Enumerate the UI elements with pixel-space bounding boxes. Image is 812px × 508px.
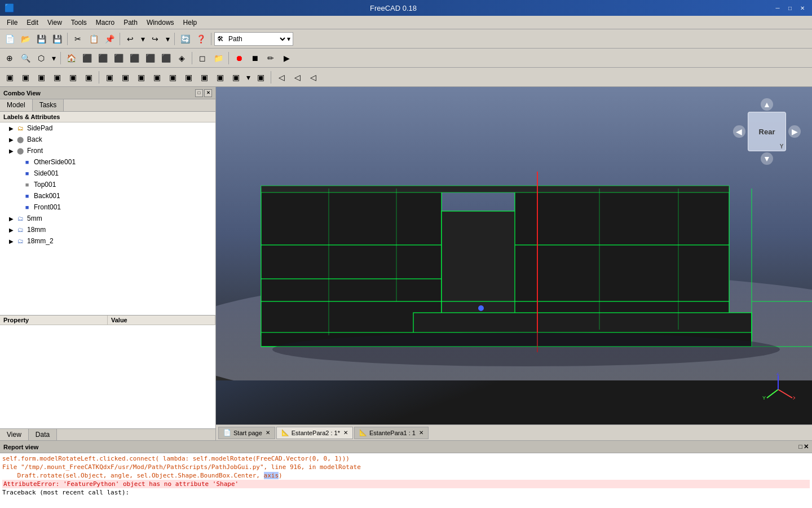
viewport[interactable]: ▲ ◀ Rear Y ▶ ▼ X Y: [216, 87, 812, 440]
redo-dropdown[interactable]: ▾: [164, 32, 171, 46]
start-page-close[interactable]: ✕: [266, 430, 270, 436]
tree-item-back001[interactable]: ▶ ■ Back001: [0, 190, 215, 202]
open-folder-button[interactable]: 📁: [211, 51, 226, 65]
draw-style-dropdown[interactable]: ▾: [50, 51, 58, 65]
menu-macro[interactable]: Macro: [91, 17, 119, 28]
minimize-button[interactable]: ─: [773, 3, 783, 12]
path-op6[interactable]: ▣: [81, 70, 96, 85]
record-macro-button[interactable]: ⏺: [232, 51, 246, 65]
new-button[interactable]: 📄: [2, 32, 17, 46]
arrow-5mm[interactable]: ▶: [9, 216, 16, 222]
help-button[interactable]: ❓: [193, 32, 208, 46]
menu-path[interactable]: Path: [119, 17, 142, 28]
stop-macro-button[interactable]: ⏹: [248, 51, 262, 65]
vp-tab-estante1[interactable]: 📐 EstantePara1 : 1 ✕: [354, 427, 429, 439]
view-rear-button[interactable]: ⬛: [127, 51, 142, 65]
vp-tab-start[interactable]: 📄 Start page ✕: [218, 427, 275, 439]
vd-tab-view[interactable]: View: [0, 429, 29, 440]
tab-tasks[interactable]: Tasks: [33, 99, 64, 111]
tree-item-front[interactable]: ▶ ⬤ Front: [0, 145, 215, 156]
nav-right-button[interactable]: ▶: [788, 125, 801, 138]
view-bottom-button[interactable]: ⬛: [158, 51, 173, 65]
undo-dropdown[interactable]: ▾: [139, 32, 147, 46]
path-op4[interactable]: ▣: [50, 70, 64, 85]
workbench-selector[interactable]: 🛠 Path Part Design Sketcher ▾: [214, 32, 293, 46]
menu-file[interactable]: File: [2, 17, 22, 28]
path-op15[interactable]: ▣: [228, 70, 243, 85]
arrow-back[interactable]: ▶: [9, 137, 16, 143]
edit-macro-button[interactable]: ✏: [263, 51, 278, 65]
path-op18[interactable]: ◁: [274, 70, 289, 85]
view-home-button[interactable]: 🏠: [64, 51, 78, 65]
vd-tab-data[interactable]: Data: [29, 429, 57, 440]
vp-tab-estante2[interactable]: 📐 EstantePara2 : 1* ✕: [276, 427, 353, 439]
nav-up-button[interactable]: ▲: [761, 98, 773, 111]
nav-left-button[interactable]: ◀: [733, 125, 745, 138]
cube-face-rear[interactable]: Rear Y: [748, 112, 787, 151]
tree-item-otherside001[interactable]: ▶ ■ OtherSide001: [0, 156, 215, 168]
workbench-select[interactable]: Path Part Design Sketcher: [226, 34, 287, 43]
close-button[interactable]: ✕: [797, 3, 807, 12]
path-op3[interactable]: ▣: [34, 70, 48, 85]
tree-item-top001[interactable]: ▶ ■ Top001: [0, 179, 215, 190]
menu-tools[interactable]: Tools: [67, 17, 91, 28]
maximize-button[interactable]: □: [785, 3, 795, 12]
path-op8[interactable]: ▣: [118, 70, 133, 85]
path-op19[interactable]: ◁: [290, 70, 304, 85]
paste-button[interactable]: 📌: [102, 32, 117, 46]
menu-windows[interactable]: Windows: [142, 17, 179, 28]
path-op9[interactable]: ▣: [134, 70, 148, 85]
tree-item-18mm[interactable]: ▶ 🗂 18mm: [0, 224, 215, 235]
path-op11[interactable]: ▣: [165, 70, 180, 85]
view-iso-button[interactable]: ◈: [174, 51, 189, 65]
view-left-button[interactable]: ⬛: [143, 51, 157, 65]
run-macro-button[interactable]: ▶: [279, 51, 294, 65]
arrow-front[interactable]: ▶: [9, 148, 16, 154]
bounding-box-button[interactable]: ◻: [195, 51, 210, 65]
save-as-button[interactable]: 💾: [50, 32, 64, 46]
tab-model[interactable]: Model: [0, 99, 33, 111]
path-op2[interactable]: ▣: [18, 70, 33, 85]
tree-item-sidepad[interactable]: ▶ 🗂 SidePad: [0, 122, 215, 134]
close-panel-button[interactable]: ✕: [204, 89, 212, 97]
undo-button[interactable]: ↩: [123, 32, 138, 46]
refresh-button[interactable]: 🔄: [178, 32, 192, 46]
path-op12[interactable]: ▣: [181, 70, 196, 85]
tree-item-back[interactable]: ▶ ⬤ Back: [0, 134, 215, 145]
view-right-button[interactable]: ⬛: [111, 51, 126, 65]
path-op20[interactable]: ◁: [306, 70, 320, 85]
path-op10[interactable]: ▣: [149, 70, 164, 85]
estante2-close[interactable]: ✕: [343, 430, 348, 436]
view-top-button[interactable]: ⬛: [95, 51, 110, 65]
view-front-button[interactable]: ⬛: [80, 51, 94, 65]
fit-selection-button[interactable]: 🔍: [18, 51, 33, 65]
float-button[interactable]: □: [195, 89, 203, 97]
nav-down-button[interactable]: ▼: [761, 152, 773, 165]
tree-item-5mm[interactable]: ▶ 🗂 5mm: [0, 213, 215, 224]
arrow-sidepad[interactable]: ▶: [9, 125, 16, 132]
tree-item-front001[interactable]: ▶ ■ Front001: [0, 202, 215, 213]
arrow-18mm_2[interactable]: ▶: [9, 238, 16, 244]
report-float-button[interactable]: □: [798, 443, 802, 450]
menu-view[interactable]: View: [43, 17, 67, 28]
path-op14[interactable]: ▣: [213, 70, 227, 85]
estante1-close[interactable]: ✕: [419, 430, 423, 436]
path-op16[interactable]: ▾: [244, 70, 252, 85]
copy-button[interactable]: 📋: [86, 32, 101, 46]
path-op17[interactable]: ▣: [253, 70, 268, 85]
cut-button[interactable]: ✂: [70, 32, 85, 46]
menu-help[interactable]: Help: [179, 17, 202, 28]
tree-item-18mm_2[interactable]: ▶ 🗂 18mm_2: [0, 235, 215, 247]
report-close-button[interactable]: ✕: [804, 443, 809, 450]
path-op1[interactable]: ▣: [2, 70, 17, 85]
tree-item-side001[interactable]: ▶ ■ Side001: [0, 168, 215, 179]
arrow-18mm[interactable]: ▶: [9, 227, 16, 233]
fit-all-button[interactable]: ⊕: [2, 51, 17, 65]
redo-button[interactable]: ↪: [148, 32, 162, 46]
path-op5[interactable]: ▣: [65, 70, 80, 85]
path-op7[interactable]: ▣: [102, 70, 117, 85]
draw-style-button[interactable]: ⬡: [34, 51, 48, 65]
menu-edit[interactable]: Edit: [22, 17, 43, 28]
path-op13[interactable]: ▣: [197, 70, 211, 85]
open-button[interactable]: 📂: [18, 32, 33, 46]
